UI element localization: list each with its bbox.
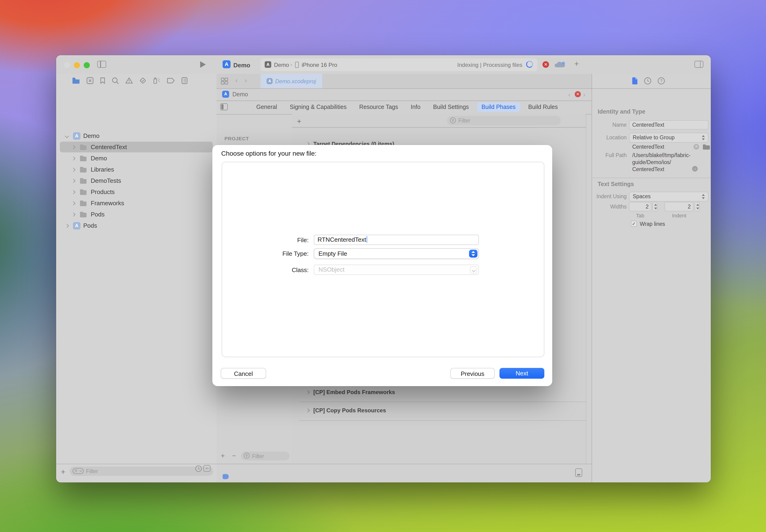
next-issue-icon[interactable]: › — [583, 91, 585, 98]
back-icon[interactable]: ‹ — [235, 76, 237, 84]
issue-navigator-icon[interactable] — [125, 77, 133, 84]
reveal-path-icon[interactable]: → — [692, 166, 698, 172]
tree-item-pods-project[interactable]: A Pods — [60, 220, 213, 231]
tab-overview-grid-icon[interactable] — [221, 78, 228, 86]
disclosure-chevron-icon[interactable] — [72, 212, 75, 216]
clear-icon[interactable]: ✕ — [694, 144, 699, 150]
tab-demo-xcodeproj[interactable]: A Demo.xcodeproj — [260, 74, 322, 88]
file-type-dropdown[interactable]: Empty File — [314, 248, 479, 259]
debug-navigator-icon[interactable] — [153, 77, 160, 84]
indent-width-field[interactable]: 2 — [665, 202, 694, 211]
scm-status-filter-icon[interactable]: +- — [203, 465, 210, 472]
folder-icon — [80, 167, 87, 172]
minimize-window-button[interactable] — [74, 62, 80, 68]
tree-item-demotests[interactable]: DemoTests — [60, 175, 213, 186]
disclosure-chevron-icon[interactable] — [72, 179, 75, 183]
cloud-status-icon — [555, 62, 565, 67]
disclosure-chevron-icon[interactable] — [72, 201, 75, 205]
phase-row-embed-pods[interactable]: [CP] Embed Pods Frameworks — [292, 387, 586, 398]
tree-item-frameworks[interactable]: Frameworks — [60, 198, 213, 208]
disclosure-chevron-icon[interactable] — [65, 134, 69, 138]
tab-signing-capabilities[interactable]: Signing & Capabilities — [285, 102, 351, 112]
previous-issue-icon[interactable]: ‹ — [568, 91, 570, 98]
previous-button[interactable]: Previous — [450, 368, 495, 379]
phases-filter-input[interactable]: Filter — [447, 116, 561, 125]
file-inspector-icon[interactable] — [632, 77, 638, 86]
tab-info[interactable]: Info — [407, 102, 425, 112]
run-destination[interactable]: iPhone 16 Pro — [301, 62, 337, 68]
tree-item-demo-project[interactable]: A Demo — [60, 130, 213, 141]
target-chip-icon[interactable] — [223, 474, 229, 479]
disclosure-chevron-icon[interactable] — [306, 409, 310, 413]
breadcrumb[interactable]: Demo — [232, 91, 248, 98]
left-sidebar-toggle-icon[interactable] — [97, 61, 106, 68]
folder-icon — [80, 178, 87, 183]
disclosure-chevron-icon[interactable] — [72, 156, 75, 160]
tab-resource-tags[interactable]: Resource Tags — [355, 102, 402, 112]
navigator-filter-input[interactable]: Filter — [70, 467, 213, 476]
device-preview-icon[interactable] — [575, 468, 582, 477]
breakpoint-navigator-icon[interactable] — [167, 77, 175, 83]
tab-build-phases[interactable]: Build Phases — [477, 102, 520, 112]
choose-folder-icon[interactable] — [703, 144, 710, 150]
disclosure-chevron-icon[interactable] — [72, 190, 75, 194]
location-dropdown[interactable]: Relative to Group — [629, 133, 709, 143]
tree-item-centeredtext[interactable]: CenteredText — [60, 142, 213, 152]
indent-width-stepper[interactable] — [694, 202, 700, 211]
phase-row-copy-pods[interactable]: [CP] Copy Pods Resources — [292, 405, 586, 416]
folder-icon — [80, 189, 87, 195]
file-name-input[interactable]: RTNCenteredText — [314, 235, 479, 245]
tab-general[interactable]: General — [252, 102, 281, 112]
error-count-badge[interactable]: ✕ — [543, 61, 549, 68]
folder-icon — [80, 212, 87, 217]
editor-sidebar-toggle-icon[interactable] — [220, 103, 228, 110]
remove-target-button[interactable]: − — [232, 452, 236, 460]
zoom-window-button[interactable] — [84, 62, 90, 68]
name-field[interactable]: CenteredText — [629, 120, 709, 129]
tree-item-pods-group[interactable]: Pods — [60, 209, 213, 220]
recent-files-clock-icon[interactable] — [195, 465, 202, 474]
app-icon: A — [223, 60, 230, 68]
wrap-lines-checkbox[interactable]: ✓ — [631, 221, 637, 227]
add-build-phase-button[interactable]: + — [297, 117, 301, 126]
project-icon: A — [73, 132, 80, 140]
tab-width-stepper[interactable] — [652, 202, 658, 211]
tree-item-libraries[interactable]: Libraries — [60, 164, 213, 175]
disclosure-chevron-icon[interactable] — [306, 390, 310, 394]
activity-status-bar[interactable]: A Demo › iPhone 16 Pro Indexing | Proces… — [260, 58, 537, 71]
add-file-button[interactable]: + — [61, 467, 65, 477]
disclosure-chevron-icon[interactable] — [65, 224, 69, 228]
class-combobox[interactable]: NSObject — [314, 265, 479, 275]
cancel-button[interactable]: Cancel — [221, 368, 266, 379]
bookmark-navigator-icon[interactable] — [100, 77, 105, 84]
full-path-line: /Users/blakef/tmp/fabric- — [632, 152, 691, 158]
indent-using-dropdown[interactable]: Spaces — [629, 192, 709, 201]
disclosure-chevron-icon[interactable] — [72, 168, 75, 172]
library-add-icon[interactable]: + — [574, 59, 579, 69]
scheme-chevron-icon: › — [290, 62, 292, 67]
report-navigator-icon[interactable] — [181, 77, 187, 84]
issue-badge[interactable]: ✕ — [575, 91, 581, 97]
tab-width-field[interactable]: 2 — [629, 202, 651, 211]
forward-icon[interactable]: › — [244, 76, 247, 84]
history-inspector-icon[interactable] — [644, 77, 651, 86]
tab-build-settings[interactable]: Build Settings — [429, 102, 473, 112]
project-navigator-icon[interactable] — [72, 77, 80, 84]
test-navigator-icon[interactable] — [139, 77, 146, 84]
tree-item-products[interactable]: Products — [60, 187, 213, 197]
close-window-button[interactable] — [64, 62, 70, 68]
source-control-navigator-icon[interactable] — [86, 77, 93, 84]
next-button[interactable]: Next — [500, 368, 544, 379]
filter-icon — [72, 468, 84, 475]
run-button[interactable] — [200, 61, 206, 68]
help-inspector-icon[interactable]: ? — [658, 77, 665, 86]
disclosure-chevron-icon[interactable] — [72, 145, 75, 149]
editor-bottom-bar — [216, 463, 592, 482]
tree-item-demo-group[interactable]: Demo — [60, 153, 213, 164]
right-sidebar-toggle-icon[interactable] — [694, 61, 703, 68]
tab-build-rules[interactable]: Build Rules — [524, 102, 562, 112]
scheme-name[interactable]: Demo — [274, 62, 289, 68]
targets-filter-input[interactable]: Filter — [241, 452, 289, 460]
search-navigator-icon[interactable] — [112, 77, 119, 84]
add-target-button[interactable]: + — [221, 452, 225, 460]
